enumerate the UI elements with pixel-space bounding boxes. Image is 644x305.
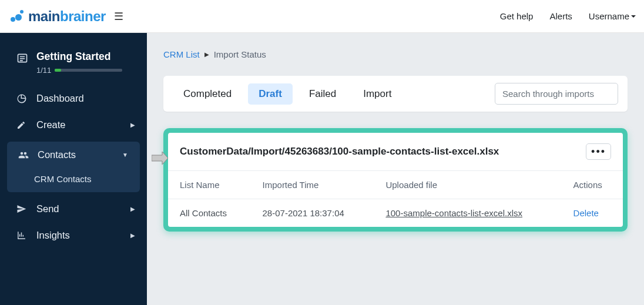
nav-label: Dashboard xyxy=(36,93,84,104)
import-table: List Name Imported Time Uploaded file Ac… xyxy=(168,171,623,227)
dashboard-icon xyxy=(16,93,28,104)
sidebar-group-contacts: Contacts ▼ CRM Contacts xyxy=(7,142,140,192)
tab-bar: Completed Draft Failed Import xyxy=(163,76,628,112)
chevron-right-icon: ▶ xyxy=(130,232,135,239)
table-row: All Contacts 28-07-2021 18:37:04 100-sam… xyxy=(168,199,623,227)
nav-label: Send xyxy=(36,203,59,214)
col-imported-time: Imported Time xyxy=(251,171,374,199)
sidebar-item-send[interactable]: Send ▶ xyxy=(0,196,147,222)
nav-label: Create xyxy=(36,119,66,130)
nav-label: Insights xyxy=(36,230,70,241)
cell-list-name: All Contacts xyxy=(168,199,251,227)
sidebar: Getting Started 1/11 Dashboard Create ▶ xyxy=(0,33,147,305)
sidebar-item-insights[interactable]: Insights ▶ xyxy=(0,222,147,249)
tab-draft[interactable]: Draft xyxy=(248,83,293,105)
search-input[interactable] xyxy=(495,83,618,105)
send-icon xyxy=(16,204,28,214)
sidebar-item-dashboard[interactable]: Dashboard xyxy=(0,85,147,112)
username-label: Username xyxy=(589,11,629,21)
breadcrumb: CRM List ▶ Import Status xyxy=(163,49,628,59)
import-panel: CustomerData/Import/45263683/100-sample-… xyxy=(168,133,623,227)
get-help-link[interactable]: Get help xyxy=(500,11,534,21)
pencil-icon xyxy=(16,120,28,130)
breadcrumb-crm-list[interactable]: CRM List xyxy=(163,49,200,59)
breadcrumb-current: Import Status xyxy=(214,49,266,59)
chart-icon xyxy=(16,230,28,240)
delete-link[interactable]: Delete xyxy=(573,208,599,218)
table-header-row: List Name Imported Time Uploaded file Ac… xyxy=(168,171,623,199)
chevron-down-icon: ▼ xyxy=(122,152,128,158)
tab-completed[interactable]: Completed xyxy=(173,83,242,105)
panel-title: CustomerData/Import/45263683/100-sample-… xyxy=(180,146,499,157)
tab-import[interactable]: Import xyxy=(353,83,402,105)
uploaded-file-link[interactable]: 100-sample-contacts-list-excel.xlsx xyxy=(385,208,522,218)
sidebar-item-getting-started[interactable]: Getting Started 1/11 xyxy=(0,45,147,85)
logo[interactable]: mainbrainer xyxy=(8,8,106,25)
breadcrumb-separator-icon: ▶ xyxy=(204,51,209,58)
top-bar: mainbrainer ☰ Get help Alerts Username xyxy=(0,0,644,33)
sidebar-item-create[interactable]: Create ▶ xyxy=(0,112,147,138)
cell-imported-time: 28-07-2021 18:37:04 xyxy=(251,199,374,227)
chevron-right-icon: ▶ xyxy=(130,206,135,212)
chevron-right-icon: ▶ xyxy=(130,122,135,128)
arrow-icon xyxy=(152,152,168,165)
checklist-icon xyxy=(16,52,28,64)
sidebar-subitem-crm-contacts[interactable]: CRM Contacts xyxy=(7,168,140,192)
alerts-link[interactable]: Alerts xyxy=(549,11,572,21)
search-box xyxy=(495,83,618,105)
col-actions: Actions xyxy=(562,171,623,199)
col-list-name: List Name xyxy=(168,171,251,199)
getting-started-label: Getting Started xyxy=(36,51,122,63)
col-uploaded-file: Uploaded file xyxy=(374,171,561,199)
more-button[interactable]: ••• xyxy=(586,143,611,160)
sidebar-item-contacts[interactable]: Contacts ▼ xyxy=(7,142,140,168)
logo-icon xyxy=(8,8,25,25)
tab-failed[interactable]: Failed xyxy=(298,83,347,105)
user-menu[interactable]: Username xyxy=(589,11,636,21)
nav-label: Contacts xyxy=(38,149,76,160)
chevron-down-icon xyxy=(631,15,636,18)
panel-header: CustomerData/Import/45263683/100-sample-… xyxy=(168,133,623,171)
users-icon xyxy=(18,150,29,160)
progress-count: 1/11 xyxy=(36,66,51,75)
menu-toggle-icon[interactable]: ☰ xyxy=(114,10,123,23)
progress-bar xyxy=(55,69,122,72)
main-content: CRM List ▶ Import Status Completed Draft… xyxy=(147,33,644,305)
highlight-callout: CustomerData/Import/45263683/100-sample-… xyxy=(163,128,628,232)
logo-text: mainbrainer xyxy=(28,8,106,25)
